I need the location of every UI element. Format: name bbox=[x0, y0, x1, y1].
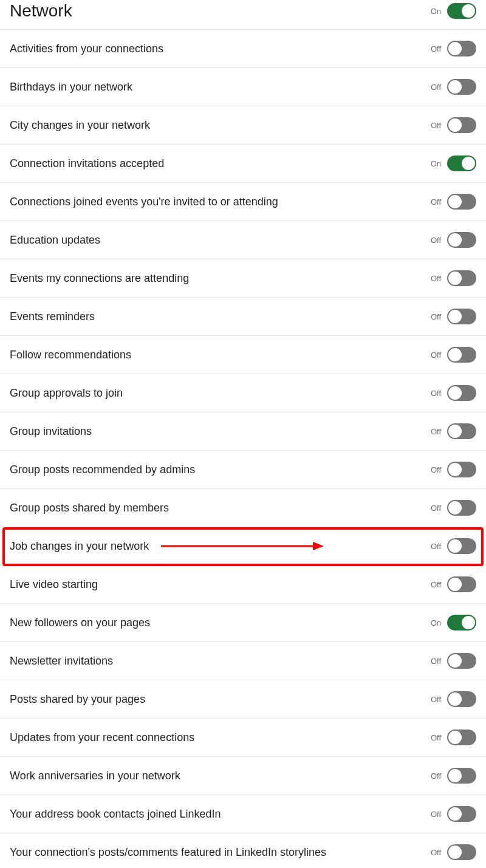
setting-toggle-group-approvals[interactable] bbox=[447, 385, 476, 401]
settings-network-section: Network On Activities from your connecti… bbox=[0, 0, 486, 868]
setting-row-group-posts-admins: Group posts recommended by adminsOff bbox=[0, 451, 486, 489]
setting-toggle-new-followers[interactable] bbox=[447, 615, 476, 630]
setting-toggle-control: Off bbox=[431, 270, 476, 286]
setting-toggle-posts-pages[interactable] bbox=[447, 691, 476, 707]
setting-toggle-education[interactable] bbox=[447, 232, 476, 248]
setting-label: Work anniversaries in your network bbox=[10, 770, 180, 782]
setting-toggle-control: Off bbox=[431, 232, 476, 248]
setting-toggle-state: Off bbox=[431, 580, 441, 589]
setting-toggle-address-book[interactable] bbox=[447, 806, 476, 822]
setting-toggle-state: On bbox=[431, 159, 441, 168]
setting-toggle-control: Off bbox=[431, 79, 476, 95]
setting-toggle-control: Off bbox=[431, 653, 476, 669]
setting-label: Activities from your connections bbox=[10, 43, 163, 55]
setting-toggle-activities[interactable] bbox=[447, 41, 476, 56]
setting-toggle-storylines[interactable] bbox=[447, 844, 476, 860]
setting-label: Live video starting bbox=[10, 578, 98, 591]
setting-toggle-job-changes[interactable] bbox=[447, 538, 476, 554]
setting-toggle-control: Off bbox=[431, 194, 476, 210]
setting-row-education: Education updatesOff bbox=[0, 221, 486, 259]
setting-label: Group invitations bbox=[10, 425, 92, 438]
setting-label: Events my connections are attending bbox=[10, 272, 189, 285]
setting-toggle-conn-invite-accepted[interactable] bbox=[447, 155, 476, 171]
setting-toggle-control: Off bbox=[431, 844, 476, 860]
section-toggle[interactable] bbox=[447, 3, 476, 19]
setting-toggle-state: Off bbox=[431, 274, 441, 283]
setting-row-group-posts-members: Group posts shared by membersOff bbox=[0, 489, 486, 527]
section-toggle-control: On bbox=[431, 3, 476, 19]
setting-label: Job changes in your network bbox=[10, 540, 149, 553]
setting-toggle-state: Off bbox=[431, 657, 441, 666]
annotation-arrow-icon bbox=[161, 540, 325, 552]
setting-toggle-control: Off bbox=[431, 423, 476, 439]
setting-label: Events reminders bbox=[10, 310, 95, 323]
setting-label: Group approvals to join bbox=[10, 387, 123, 400]
setting-row-posts-pages: Posts shared by your pagesOff bbox=[0, 680, 486, 719]
setting-row-live-video: Live video startingOff bbox=[0, 566, 486, 604]
setting-toggle-events-reminders[interactable] bbox=[447, 309, 476, 324]
setting-toggle-state: Off bbox=[431, 848, 441, 857]
setting-toggle-state: Off bbox=[431, 504, 441, 513]
setting-label: New followers on your pages bbox=[10, 617, 150, 629]
setting-toggle-group-invitations[interactable] bbox=[447, 423, 476, 439]
setting-toggle-control: Off bbox=[431, 500, 476, 516]
setting-toggle-live-video[interactable] bbox=[447, 576, 476, 592]
setting-toggle-recent-conn[interactable] bbox=[447, 730, 476, 745]
setting-label: Group posts shared by members bbox=[10, 502, 169, 514]
setting-toggle-state: Off bbox=[431, 121, 441, 130]
setting-toggle-state: Off bbox=[431, 542, 441, 551]
settings-list: Activities from your connectionsOffBirth… bbox=[0, 30, 486, 868]
setting-toggle-follow-rec[interactable] bbox=[447, 347, 476, 363]
setting-label: Group posts recommended by admins bbox=[10, 463, 195, 476]
setting-label: Newsletter invitations bbox=[10, 655, 113, 668]
section-header-row: Network On bbox=[0, 0, 486, 30]
setting-toggle-state: Off bbox=[431, 427, 441, 436]
setting-toggle-state: On bbox=[431, 618, 441, 627]
setting-toggle-control: Off bbox=[431, 730, 476, 745]
setting-toggle-group-posts-members[interactable] bbox=[447, 500, 476, 516]
setting-label: Your address book contacts joined Linked… bbox=[10, 808, 221, 821]
setting-label: Updates from your recent connections bbox=[10, 731, 194, 744]
setting-row-group-invitations: Group invitationsOff bbox=[0, 412, 486, 451]
setting-toggle-state: Off bbox=[431, 197, 441, 207]
setting-toggle-control: On bbox=[431, 155, 476, 171]
setting-toggle-control: Off bbox=[431, 691, 476, 707]
setting-row-city-changes: City changes in your networkOff bbox=[0, 106, 486, 145]
svg-marker-1 bbox=[313, 542, 324, 550]
setting-label: Birthdays in your network bbox=[10, 81, 132, 94]
setting-toggle-control: Off bbox=[431, 385, 476, 401]
setting-row-events-attending: Events my connections are attendingOff bbox=[0, 259, 486, 298]
setting-label: Follow recommendations bbox=[10, 349, 131, 361]
setting-toggle-events-attending[interactable] bbox=[447, 270, 476, 286]
setting-toggle-state: Off bbox=[431, 465, 441, 474]
setting-toggle-city-changes[interactable] bbox=[447, 117, 476, 133]
setting-toggle-state: Off bbox=[431, 236, 441, 245]
setting-label: Posts shared by your pages bbox=[10, 693, 145, 706]
setting-toggle-state: Off bbox=[431, 350, 441, 360]
setting-toggle-state: Off bbox=[431, 771, 441, 781]
setting-row-newsletter: Newsletter invitationsOff bbox=[0, 642, 486, 680]
setting-toggle-group-posts-admins[interactable] bbox=[447, 462, 476, 477]
setting-toggle-conn-joined-events[interactable] bbox=[447, 194, 476, 210]
setting-label: City changes in your network bbox=[10, 119, 150, 132]
setting-row-birthdays: Birthdays in your networkOff bbox=[0, 68, 486, 106]
section-title: Network bbox=[10, 1, 72, 21]
setting-toggle-control: On bbox=[431, 615, 476, 630]
setting-label: Education updates bbox=[10, 234, 100, 247]
section-toggle-state: On bbox=[431, 7, 441, 16]
setting-toggle-newsletter[interactable] bbox=[447, 653, 476, 669]
setting-row-conn-invite-accepted: Connection invitations acceptedOn bbox=[0, 145, 486, 183]
setting-toggle-control: Off bbox=[431, 117, 476, 133]
setting-toggle-control: Off bbox=[431, 538, 476, 554]
setting-toggle-state: Off bbox=[431, 810, 441, 819]
setting-toggle-control: Off bbox=[431, 806, 476, 822]
setting-row-group-approvals: Group approvals to joinOff bbox=[0, 374, 486, 412]
setting-toggle-control: Off bbox=[431, 309, 476, 324]
setting-toggle-work-anniv[interactable] bbox=[447, 768, 476, 784]
setting-toggle-birthdays[interactable] bbox=[447, 79, 476, 95]
setting-toggle-state: Off bbox=[431, 733, 441, 742]
setting-toggle-state: Off bbox=[431, 44, 441, 53]
setting-toggle-control: Off bbox=[431, 462, 476, 477]
setting-row-activities: Activities from your connectionsOff bbox=[0, 30, 486, 68]
setting-label: Connections joined events you're invited… bbox=[10, 196, 278, 208]
